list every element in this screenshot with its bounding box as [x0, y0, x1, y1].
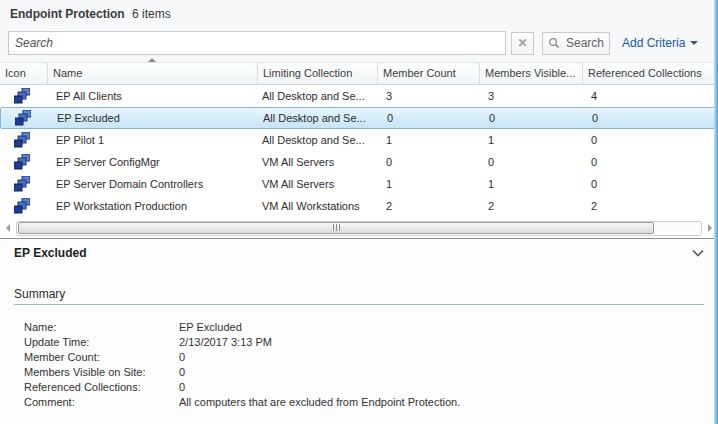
- row-limiting-collection: VM All Servers: [258, 173, 378, 195]
- row-name: EP Server Domain Controllers: [48, 173, 258, 195]
- row-members-visible: 2: [480, 195, 583, 217]
- collection-icon: [14, 198, 30, 214]
- table-row[interactable]: EP Server Domain Controllers VM All Serv…: [0, 173, 718, 195]
- summary-field: Referenced Collections: 0: [24, 380, 704, 395]
- row-referenced-collections: 0: [583, 129, 718, 151]
- row-name: EP Excluded: [49, 108, 259, 128]
- field-value: 2/13/2017 3:13 PM: [179, 335, 272, 350]
- field-label: Referenced Collections:: [24, 380, 179, 395]
- items-count: 6 items: [132, 7, 171, 21]
- row-member-count: 0: [378, 151, 480, 173]
- add-criteria-link[interactable]: Add Criteria: [622, 36, 698, 50]
- row-member-count: 0: [379, 108, 481, 128]
- row-members-visible: 0: [481, 108, 584, 128]
- collapse-chevron-icon[interactable]: [692, 249, 704, 257]
- row-member-count: 1: [378, 173, 480, 195]
- summary-field: Member Count: 0: [24, 350, 704, 365]
- app-window: Endpoint Protection 6 items ✕ Search Add…: [0, 0, 718, 424]
- collection-icon: [14, 176, 30, 192]
- row-limiting-collection: VM All Workstations: [258, 195, 378, 217]
- row-member-count: 2: [378, 195, 480, 217]
- search-button-label: Search: [566, 36, 604, 50]
- details-title: EP Excluded: [14, 246, 86, 260]
- summary-field: Members Visible on Site: 0: [24, 365, 704, 380]
- summary-fields: Name: EP Excluded Update Time: 2/13/2017…: [14, 320, 704, 410]
- summary-section-title: Summary: [14, 287, 704, 301]
- row-referenced-collections: 0: [583, 151, 718, 173]
- row-name: EP Server ConfigMgr: [48, 151, 258, 173]
- row-referenced-collections: 0: [584, 108, 717, 128]
- column-header-name[interactable]: Name: [48, 63, 258, 84]
- scroll-left-button[interactable]: [2, 221, 14, 235]
- row-members-visible: 3: [480, 85, 583, 107]
- sort-ascending-icon: [148, 58, 156, 62]
- row-limiting-collection: VM All Servers: [258, 151, 378, 173]
- add-criteria-label: Add Criteria: [622, 36, 685, 50]
- table-body: EP All Clients All Desktop and Se... 3 3…: [0, 85, 718, 217]
- table-row[interactable]: EP All Clients All Desktop and Se... 3 3…: [0, 85, 718, 107]
- field-value: 0: [179, 350, 185, 365]
- arrow-left-icon: [6, 224, 10, 232]
- row-referenced-collections: 0: [583, 173, 718, 195]
- field-label: Name:: [24, 320, 179, 335]
- horizontal-scrollbar[interactable]: [0, 220, 718, 236]
- row-name: EP All Clients: [48, 85, 258, 107]
- search-bar: ✕ Search Add Criteria: [0, 28, 718, 58]
- row-referenced-collections: 2: [583, 195, 718, 217]
- arrow-right-icon: [708, 224, 712, 232]
- collection-icon: [15, 110, 31, 126]
- row-members-visible: 1: [480, 129, 583, 151]
- column-header-limiting-collection[interactable]: Limiting Collection: [258, 63, 378, 84]
- row-name: EP Pilot 1: [48, 129, 258, 151]
- row-members-visible: 0: [480, 151, 583, 173]
- search-button[interactable]: Search: [542, 32, 610, 55]
- table-row[interactable]: EP Server ConfigMgr VM All Servers 0 0 0: [0, 151, 718, 173]
- row-limiting-collection: All Desktop and Se...: [258, 129, 378, 151]
- row-name: EP Workstation Production: [48, 195, 258, 217]
- collection-icon: [14, 88, 30, 104]
- collection-icon: [14, 132, 30, 148]
- list-header-area: Endpoint Protection 6 items ✕ Search Add…: [0, 0, 718, 62]
- page-title-text: Endpoint Protection: [10, 7, 125, 21]
- collection-icon: [14, 154, 30, 170]
- row-member-count: 1: [378, 129, 480, 151]
- field-label: Member Count:: [24, 350, 179, 365]
- table-row-selected[interactable]: EP Excluded All Desktop and Se... 0 0 0: [0, 107, 718, 129]
- search-input[interactable]: [8, 31, 506, 55]
- scrollbar-track[interactable]: [16, 221, 702, 236]
- row-member-count: 3: [378, 85, 480, 107]
- clear-search-button[interactable]: ✕: [511, 32, 534, 55]
- summary-field: Comment: All computers that are excluded…: [24, 395, 704, 410]
- page-title: Endpoint Protection 6 items: [0, 0, 718, 28]
- column-header-icon[interactable]: Icon: [0, 63, 48, 84]
- field-value: 0: [179, 380, 185, 395]
- field-label: Update Time:: [24, 335, 179, 350]
- row-limiting-collection: All Desktop and Se...: [259, 108, 379, 128]
- field-label: Members Visible on Site:: [24, 365, 179, 380]
- row-members-visible: 1: [480, 173, 583, 195]
- right-edge-strip: [714, 0, 718, 424]
- row-referenced-collections: 4: [583, 85, 718, 107]
- row-limiting-collection: All Desktop and Se...: [258, 85, 378, 107]
- column-header-member-count[interactable]: Member Count: [378, 63, 480, 84]
- close-icon: ✕: [517, 36, 527, 50]
- field-label: Comment:: [24, 395, 179, 410]
- column-header-members-visible[interactable]: Members Visible...: [480, 63, 583, 84]
- summary-divider: [14, 304, 704, 305]
- table-header: Icon Name Limiting Collection Member Cou…: [0, 62, 718, 85]
- field-value: EP Excluded: [179, 320, 242, 335]
- chevron-down-icon: [690, 41, 698, 45]
- table-row[interactable]: EP Workstation Production VM All Worksta…: [0, 195, 718, 217]
- scrollbar-thumb[interactable]: [18, 222, 654, 234]
- field-value: 0: [179, 365, 185, 380]
- details-pane: EP Excluded Summary Name: EP Excluded Up…: [0, 239, 718, 423]
- column-header-referenced-collections[interactable]: Referenced Collections: [583, 63, 718, 84]
- summary-field: Name: EP Excluded: [24, 320, 704, 335]
- table-row[interactable]: EP Pilot 1 All Desktop and Se... 1 1 0: [0, 129, 718, 151]
- search-icon: [548, 37, 560, 49]
- summary-field: Update Time: 2/13/2017 3:13 PM: [24, 335, 704, 350]
- field-value: All computers that are excluded from End…: [179, 395, 460, 410]
